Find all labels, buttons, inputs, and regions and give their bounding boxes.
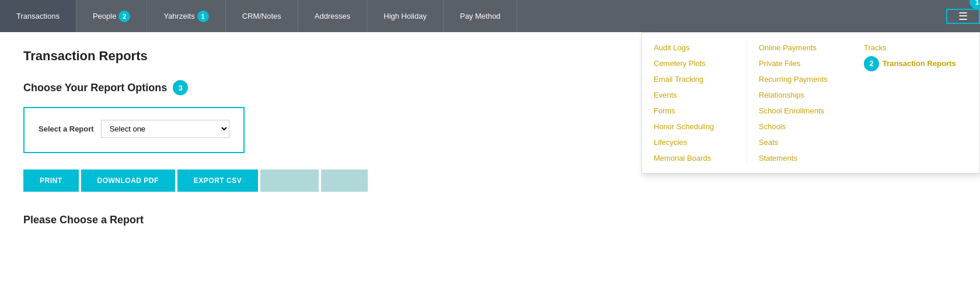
nav-label-high-holiday: High Holiday: [383, 12, 427, 20]
top-navigation: Transactions People 2 Yahrzeits 1 CRM/No…: [0, 0, 980, 32]
hamburger-button[interactable]: ☰: [946, 9, 980, 24]
nav-item-transactions[interactable]: Transactions: [0, 0, 76, 32]
nav-label-pay-methods: Pay Method: [460, 12, 500, 20]
dropdown-online-payments[interactable]: Online Payments: [759, 40, 841, 56]
nav-item-addresses[interactable]: Addresses: [298, 0, 367, 32]
dropdown-col-3: Tracks 2 Transaction Reports: [852, 40, 968, 166]
dropdown-email-tracking[interactable]: Email Tracking: [654, 71, 735, 87]
extra-button-1[interactable]: [260, 170, 319, 192]
dropdown-seats[interactable]: Seats: [759, 134, 841, 150]
nav-item-yahrzeits[interactable]: Yahrzeits 1: [147, 0, 225, 32]
dropdown-schools[interactable]: Schools: [759, 119, 841, 134]
nav-item-pay-methods[interactable]: Pay Method: [444, 0, 517, 32]
dropdown-menu: Audit Logs Cemetery Plots Email Tracking…: [641, 32, 980, 174]
dropdown-school-enrollments[interactable]: School Enrollments: [759, 103, 841, 119]
nav-item-high-holiday[interactable]: High Holiday: [367, 0, 444, 32]
section-title-text: Choose Your Report Options: [23, 82, 167, 94]
nav-label-addresses: Addresses: [315, 12, 350, 20]
dropdown-forms[interactable]: Forms: [654, 103, 735, 119]
report-options-box: Select a Report Select one: [23, 107, 245, 153]
dropdown-audit-logs[interactable]: Audit Logs: [654, 40, 735, 56]
step-3-badge: 3: [173, 80, 188, 95]
dropdown-transaction-reports[interactable]: Transaction Reports: [883, 56, 956, 71]
hamburger-icon: ☰: [958, 10, 968, 23]
report-row: Select a Report Select one: [39, 120, 229, 138]
step-2-badge: 2: [864, 56, 879, 71]
dropdown-tracks[interactable]: Tracks: [864, 40, 956, 56]
print-button[interactable]: PRINT: [23, 170, 79, 192]
dropdown-memorial-boards[interactable]: Memorial Boards: [654, 150, 735, 166]
nav-label-crm-notes: CRM/Notes: [242, 12, 281, 20]
download-pdf-button[interactable]: DOWNLOAD PDF: [81, 170, 175, 192]
dropdown-relationships[interactable]: Relationships: [759, 87, 841, 103]
dropdown-honor-scheduling[interactable]: Honor Scheduling: [654, 119, 735, 134]
dropdown-statements[interactable]: Statements: [759, 150, 841, 166]
dropdown-events[interactable]: Events: [654, 87, 735, 103]
people-badge: 2: [118, 11, 130, 22]
sub-title: Please Choose a Report: [23, 208, 957, 226]
report-select[interactable]: Select one: [101, 120, 229, 138]
nav-label-people: People: [93, 12, 116, 20]
nav-item-crm-notes[interactable]: CRM/Notes: [226, 0, 298, 32]
nav-item-people[interactable]: People 2: [76, 0, 147, 32]
dropdown-lifecycles[interactable]: Lifecycles: [654, 134, 735, 150]
dropdown-private-files[interactable]: Private Files: [759, 56, 841, 71]
yahrzeits-badge: 1: [197, 11, 209, 22]
nav-label-yahrzeits: Yahrzeits: [163, 12, 194, 20]
export-csv-button[interactable]: EXPORT CSV: [177, 170, 258, 192]
dropdown-col-1: Audit Logs Cemetery Plots Email Tracking…: [642, 40, 747, 166]
extra-button-2[interactable]: [321, 170, 368, 192]
dropdown-recurring-payments[interactable]: Recurring Payments: [759, 71, 841, 87]
report-label: Select a Report: [39, 124, 94, 133]
dropdown-col-2: Online Payments Private Files Recurring …: [747, 40, 852, 166]
nav-label-transactions: Transactions: [16, 12, 60, 20]
dropdown-cemetery-plots[interactable]: Cemetery Plots: [654, 56, 735, 71]
